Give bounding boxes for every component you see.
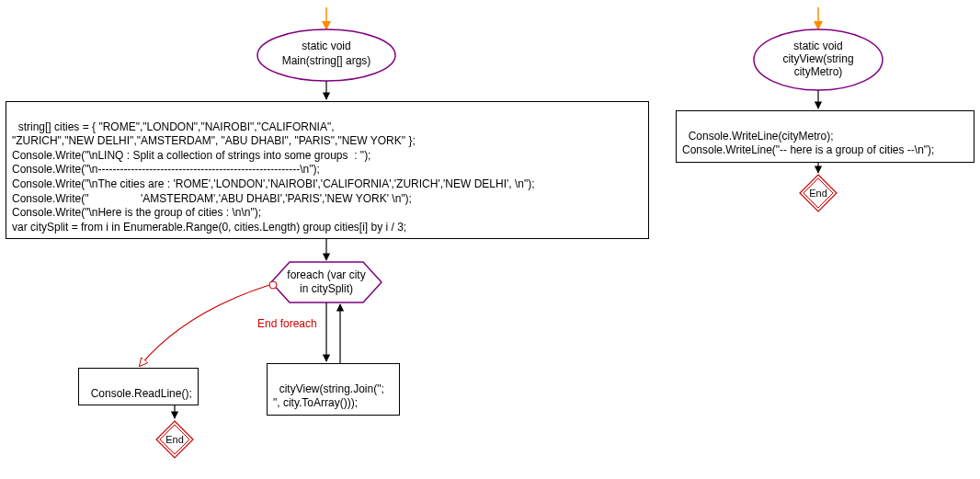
cityview-ellipse-line2: cityView(string [782, 52, 853, 65]
cityview-code-block: Console.WriteLine(cityMetro); Console.Wr… [676, 110, 974, 163]
cityview-call-box: cityView(string.Join("; ", city.ToArray(… [267, 363, 400, 416]
end-foreach-label: End foreach [257, 317, 317, 330]
readline-box: Console.ReadLine(); [78, 368, 199, 405]
cityview-ellipse-line1: static void [793, 40, 842, 52]
cityview-call-text: cityView(string.Join("; ", city.ToArray(… [273, 382, 384, 410]
foreach-line2: in citySplit) [300, 282, 353, 295]
main-code-block: string[] cities = { "ROME","LONDON","NAI… [6, 101, 649, 239]
cityview-code-text: Console.WriteLine(cityMetro); Console.Wr… [682, 130, 934, 157]
main-ellipse-line2: Main(string[] args) [282, 54, 371, 67]
foreach-line1: foreach (var city [287, 268, 365, 281]
cityview-end-text: End [809, 188, 827, 199]
readline-text: Console.ReadLine(); [91, 387, 192, 400]
main-code-text: string[] cities = { "ROME","LONDON","NAI… [12, 120, 535, 234]
main-ellipse-line1: static void [302, 40, 350, 52]
main-end-text: End [165, 434, 184, 445]
foreach-exit-dot [269, 281, 277, 289]
cityview-ellipse-line3: cityMetro) [794, 65, 843, 78]
